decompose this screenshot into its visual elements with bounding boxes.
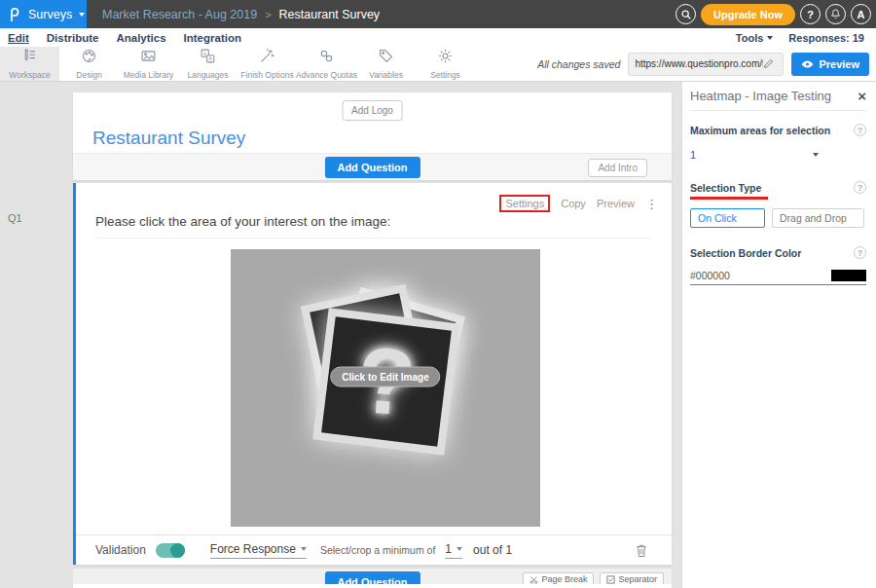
validation-toggle[interactable] (156, 543, 185, 558)
product-switcher-label[interactable]: Surveys (28, 8, 72, 21)
border-color-value[interactable]: #000000 (690, 270, 730, 281)
upgrade-now-button[interactable]: Upgrade Now (701, 4, 795, 25)
add-question-band: Add Question Page Break Separator (73, 568, 672, 584)
add-intro-button[interactable]: Add Intro (588, 159, 647, 177)
finish-options-icon (259, 48, 275, 68)
question-copy-button[interactable]: Copy (561, 198, 586, 209)
survey-header-card: Add Logo Restaurant Survey Add Question … (73, 92, 672, 180)
media-library-icon (140, 48, 157, 68)
help-circle-icon[interactable]: ? (854, 124, 866, 136)
selection-type-group: Selection Type ? On Click Drag and Drop (690, 181, 866, 228)
questionpro-logo-icon (8, 7, 21, 22)
border-color-group: Selection Border Color ? #000000 (690, 246, 866, 285)
heatmap-image-placeholder[interactable]: ? Click to Edit Image (231, 249, 540, 527)
question-card: Settings Copy Preview ⋮ Please click the… (73, 183, 672, 565)
caret-down-icon (813, 153, 819, 157)
toolbar-item-finish-options[interactable]: Finish Options (237, 47, 297, 81)
toolbar-item-advance-quotas[interactable]: Advance Quotas (297, 47, 356, 81)
next-section-edge (73, 584, 672, 588)
toolbar-item-settings[interactable]: Settings (416, 47, 475, 81)
tab-integration[interactable]: Integration (184, 32, 241, 44)
brand-area[interactable]: Surveys (0, 0, 87, 28)
close-icon[interactable]: × (858, 89, 866, 103)
help-icon[interactable]: ? (800, 4, 821, 24)
caret-down-icon (301, 547, 307, 551)
edit-url-icon[interactable] (763, 58, 774, 69)
main-nav: Edit Distribute Analytics Integration To… (0, 28, 876, 47)
survey-url-field[interactable] (628, 53, 784, 76)
design-icon (81, 48, 97, 68)
svg-text:A: A (208, 55, 212, 61)
min-value-dropdown[interactable]: 1 (445, 542, 462, 559)
question-settings-panel: Heatmap - Image Testing × Maximum areas … (681, 82, 876, 588)
breadcrumb-current: Restaurant Survey (279, 8, 381, 21)
max-areas-select[interactable]: 1 (690, 149, 819, 161)
eye-icon (801, 59, 814, 69)
caret-down-icon (767, 36, 773, 40)
breadcrumb: Market Research - Aug 2019 > Restaurant … (87, 8, 380, 21)
kebab-menu-icon[interactable]: ⋮ (645, 198, 658, 210)
breadcrumb-parent[interactable]: Market Research - Aug 2019 (102, 8, 257, 21)
variables-icon (378, 48, 394, 68)
selection-type-label: Selection Type (690, 182, 761, 194)
advance-quotas-icon (318, 48, 335, 68)
svg-text:s: s (203, 51, 206, 56)
trash-icon[interactable] (636, 543, 647, 558)
scissors-icon (529, 575, 538, 584)
question-preview-button[interactable]: Preview (597, 198, 635, 209)
max-areas-group: Maximum areas for selection ? 1 (690, 124, 866, 161)
validation-row: Validation Force Response Select/crop a … (76, 534, 672, 565)
on-click-option[interactable]: On Click (690, 208, 765, 228)
languages-icon: sA (200, 48, 216, 68)
add-question-button-top[interactable]: Add Question (324, 157, 420, 178)
tools-menu[interactable]: Tools (736, 32, 774, 44)
survey-url-input[interactable] (635, 58, 763, 69)
survey-actions-band: Add Question Add Intro (73, 153, 672, 180)
top-bar: Surveys Market Research - Aug 2019 > Res… (0, 0, 876, 28)
settings-icon (437, 48, 454, 68)
min-select-prefix: Select/crop a minimum of (320, 544, 435, 556)
separator-icon (606, 575, 615, 584)
validation-label: Validation (95, 543, 146, 557)
toolbar-item-languages[interactable]: sA Languages (178, 47, 237, 81)
bell-icon[interactable] (825, 4, 846, 24)
help-circle-icon[interactable]: ? (854, 181, 866, 194)
tab-analytics[interactable]: Analytics (116, 32, 165, 44)
question-settings-button[interactable]: Settings (499, 195, 550, 212)
add-logo-button[interactable]: Add Logo (342, 100, 403, 121)
toolbar-item-workspace[interactable]: Workspace (0, 47, 59, 81)
tab-distribute[interactable]: Distribute (47, 32, 99, 44)
help-circle-icon[interactable]: ? (854, 246, 866, 259)
drag-and-drop-option[interactable]: Drag and Drop (772, 208, 864, 228)
border-color-label: Selection Border Color (690, 247, 801, 259)
color-swatch[interactable] (831, 270, 866, 281)
toolbar-item-variables[interactable]: Variables (356, 47, 416, 81)
question-text[interactable]: Please click the area of your interest o… (95, 214, 650, 239)
red-annotation-underline (690, 197, 768, 200)
editor-toolbar: Workspace Design Media Library sA Langua… (0, 47, 876, 82)
survey-title[interactable]: Restaurant Survey (92, 128, 245, 149)
toolbar-item-media-library[interactable]: Media Library (119, 47, 178, 81)
preview-button[interactable]: Preview (791, 53, 869, 76)
search-icon[interactable] (675, 4, 696, 24)
validation-type-dropdown[interactable]: Force Response (210, 542, 307, 559)
avatar[interactable]: A (851, 4, 871, 24)
max-areas-label: Maximum areas for selection (690, 125, 830, 136)
panel-title: Heatmap - Image Testing (690, 89, 831, 103)
min-select-suffix: out of 1 (473, 543, 512, 557)
responses-count[interactable]: Responses: 19 (788, 32, 864, 44)
toolbar-item-design[interactable]: Design (59, 47, 119, 81)
save-status: All changes saved (537, 58, 620, 70)
caret-down-icon (79, 13, 85, 17)
click-to-edit-image-button[interactable]: Click to Edit Image (330, 367, 440, 387)
caret-down-icon (456, 547, 462, 551)
workspace-icon (21, 48, 38, 68)
border-color-field[interactable]: #000000 (690, 270, 866, 285)
breadcrumb-separator: > (265, 9, 271, 20)
tab-edit[interactable]: Edit (8, 32, 29, 44)
question-id-label: Q1 (8, 212, 22, 224)
